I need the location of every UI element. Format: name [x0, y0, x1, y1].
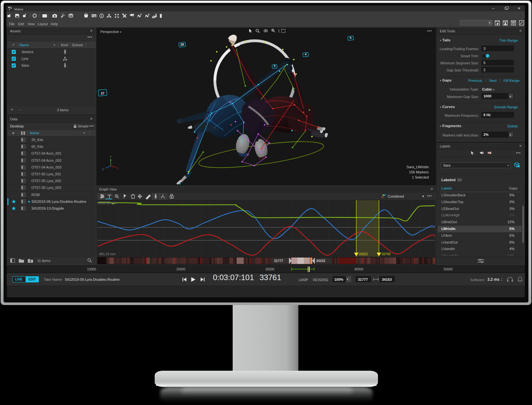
- svg-text:,: ,: [474, 154, 475, 156]
- svg-text:Y: Y: [110, 155, 112, 159]
- svg-text:,: ,: [276, 32, 276, 34]
- svg-text:,: ,: [285, 32, 286, 34]
- svg-text:2393.26 mm: 2393.26 mm: [98, 201, 116, 205]
- svg-text:-881.32 mm: -881.32 mm: [98, 252, 116, 256]
- svg-text:33602: 33602: [359, 252, 368, 256]
- svg-text:5: 5: [349, 36, 351, 39]
- svg-text:x: x: [117, 166, 118, 170]
- svg-text:40000: 40000: [354, 268, 363, 271]
- svg-text:27: 27: [101, 91, 105, 95]
- svg-text:30000: 30000: [265, 268, 274, 271]
- svg-text:,: ,: [252, 32, 252, 34]
- svg-text:20000: 20000: [176, 268, 185, 271]
- svg-text:33760: 33760: [382, 252, 391, 256]
- svg-text:28: 28: [180, 42, 184, 46]
- svg-text:,: ,: [260, 32, 260, 34]
- svg-text:,: ,: [268, 32, 269, 34]
- svg-text:10000: 10000: [87, 268, 96, 271]
- svg-text:z: z: [102, 168, 104, 171]
- svg-text:50000: 50000: [444, 268, 453, 271]
- svg-text:4: 4: [305, 53, 306, 56]
- svg-text:3: 3: [273, 64, 275, 68]
- svg-text:,: ,: [484, 154, 485, 156]
